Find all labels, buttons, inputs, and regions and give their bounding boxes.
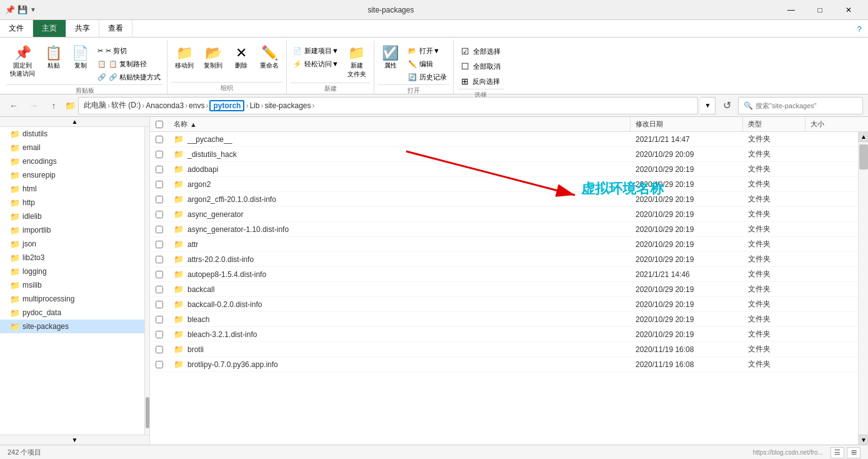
help-button[interactable]: ?	[851, 20, 868, 38]
file-row[interactable]: 📁 brotlipy-0.7.0.py36.app.info 2020/11/1…	[150, 357, 868, 372]
maximize-button[interactable]: □	[806, 0, 834, 20]
cut-button[interactable]: ✂ ✂ 剪切	[95, 45, 163, 57]
file-row[interactable]: 📁 adodbapi 2020/10/29 20:19 文件夹	[150, 162, 868, 177]
sidebar-item-site-packages[interactable]: 📁 site-packages	[0, 320, 144, 333]
file-row[interactable]: 📁 autopep8-1.5.4.dist-info 2021/1/21 14:…	[150, 267, 868, 282]
sidebar-item-ensurepip[interactable]: 📁 ensurepip	[0, 168, 144, 182]
pin-to-quick-access-button[interactable]: 📌 固定到快速访问	[6, 43, 39, 80]
file-row[interactable]: 📁 __pycache__ 2021/1/21 14:47 文件夹	[150, 132, 868, 147]
sidebar-item-importlib[interactable]: 📁 importlib	[0, 223, 144, 237]
select-all-button[interactable]: ☑ 全部选择	[457, 45, 504, 58]
breadcrumb-pytorch[interactable]: pytorch	[209, 100, 244, 111]
breadcrumb-site-packages[interactable]: site-packages	[264, 101, 311, 110]
sidebar-item-http[interactable]: 📁 http	[0, 196, 144, 209]
up-button[interactable]: ↑	[45, 97, 62, 114]
sidebar-scroll-thumb[interactable]	[146, 397, 149, 428]
easy-access-button[interactable]: ⚡ 轻松访问▼	[291, 58, 341, 70]
sidebar-item-lib2to3[interactable]: 📁 lib2to3	[0, 251, 144, 265]
paste-shortcut-button[interactable]: 🔗 🔗 粘贴快捷方式	[95, 71, 163, 83]
select-none-button[interactable]: ☐ 全部取消	[457, 60, 504, 73]
breadcrumb-drive[interactable]: 软件 (D:)	[111, 100, 141, 111]
search-input[interactable]	[756, 102, 849, 109]
sidebar-item-multiprocessing[interactable]: 📁 multiprocessing	[0, 292, 144, 306]
sidebar-item-encodings[interactable]: 📁 encodings	[0, 154, 144, 168]
file-row[interactable]: 📁 backcall-0.2.0.dist-info 2020/10/29 20…	[150, 297, 868, 312]
file-row[interactable]: 📁 brotli 2020/11/19 16:08 文件夹	[150, 342, 868, 357]
scroll-down-arrow[interactable]: ▼	[859, 435, 868, 445]
close-button[interactable]: ✕	[834, 0, 863, 20]
row-checkbox[interactable]	[156, 196, 163, 203]
col-type-header[interactable]: 类型	[743, 117, 806, 131]
sidebar-item-msilib[interactable]: 📁 msilib	[0, 278, 144, 292]
file-row[interactable]: 📁 async_generator-1.10.dist-info 2020/10…	[150, 222, 868, 237]
new-item-button[interactable]: 📄 新建项目▼	[291, 45, 341, 57]
invert-selection-button[interactable]: ⊞ 反向选择	[457, 75, 504, 88]
view-details-button[interactable]: ☰	[831, 447, 844, 458]
row-checkbox[interactable]	[156, 151, 163, 158]
row-checkbox[interactable]	[156, 241, 163, 248]
file-row[interactable]: 📁 bleach 2020/10/29 20:19 文件夹	[150, 312, 868, 327]
sidebar-scroll-down[interactable]: ▼	[0, 435, 149, 445]
col-name-header[interactable]: 名称 ▲	[169, 117, 631, 131]
breadcrumb-envs[interactable]: envs	[189, 101, 204, 110]
col-check-header[interactable]	[150, 117, 169, 131]
file-row[interactable]: 📁 async_generator 2020/10/29 20:19 文件夹	[150, 207, 868, 222]
row-checkbox[interactable]	[156, 316, 163, 323]
row-checkbox[interactable]	[156, 331, 163, 338]
file-row[interactable]: 📁 bleach-3.2.1.dist-info 2020/10/29 20:1…	[150, 327, 868, 342]
sidebar-item-pydoc-data[interactable]: 📁 pydoc_data	[0, 306, 144, 320]
back-button[interactable]: ←	[5, 97, 22, 114]
minimize-button[interactable]: —	[777, 0, 806, 20]
search-box[interactable]: 🔍	[738, 97, 863, 114]
new-folder-button[interactable]: 📁 新建文件夹	[344, 43, 370, 81]
rename-button[interactable]: ✏️ 重命名	[256, 43, 282, 73]
sidebar-item-distutils[interactable]: 📁 distutils	[0, 127, 144, 141]
row-checkbox[interactable]	[156, 166, 163, 173]
sidebar-item-html[interactable]: 📁 html	[0, 182, 144, 196]
filelist-scrollbar[interactable]: ▲ ▼	[858, 132, 868, 445]
row-checkbox[interactable]	[156, 271, 163, 278]
tab-share[interactable]: 共享	[66, 20, 99, 37]
col-date-header[interactable]: 修改日期	[631, 117, 743, 131]
file-row[interactable]: 📁 attr 2020/10/29 20:19 文件夹	[150, 237, 868, 252]
forward-button[interactable]: →	[25, 97, 42, 114]
file-row[interactable]: 📁 backcall 2020/10/29 20:19 文件夹	[150, 282, 868, 297]
breadcrumb-anaconda[interactable]: Anaconda3	[146, 101, 184, 110]
breadcrumb-computer[interactable]: 此电脑	[84, 100, 106, 111]
row-checkbox[interactable]	[156, 361, 163, 368]
delete-button[interactable]: ✕ 删除	[229, 43, 254, 73]
file-row[interactable]: 📁 _distutils_hack 2020/10/29 20:09 文件夹	[150, 147, 868, 162]
tab-file[interactable]: 文件	[0, 20, 33, 37]
file-row[interactable]: 📁 attrs-20.2.0.dist-info 2020/10/29 20:1…	[150, 252, 868, 267]
copy-to-button[interactable]: 📂 复制到	[200, 43, 226, 73]
col-size-header[interactable]: 大小	[806, 117, 868, 131]
scroll-thumb[interactable]	[859, 144, 868, 169]
scroll-up-arrow[interactable]: ▲	[859, 132, 868, 142]
breadcrumb[interactable]: 此电脑 › 软件 (D:) › Anaconda3 › envs › pytor…	[78, 97, 698, 114]
sidebar-item-json[interactable]: 📁 json	[0, 237, 144, 251]
row-checkbox[interactable]	[156, 286, 163, 293]
row-checkbox[interactable]	[156, 211, 163, 218]
breadcrumb-lib[interactable]: Lib	[249, 101, 259, 110]
row-checkbox[interactable]	[156, 181, 163, 188]
copy-button[interactable]: 📄 复制	[68, 43, 92, 73]
row-checkbox[interactable]	[156, 136, 163, 143]
view-tiles-button[interactable]: ⊞	[847, 447, 861, 458]
properties-button[interactable]: ☑️ 属性	[378, 43, 403, 73]
row-checkbox[interactable]	[156, 256, 163, 263]
paste-button[interactable]: 📋 粘贴	[41, 43, 66, 73]
sidebar-item-email[interactable]: 📁 email	[0, 141, 144, 154]
tab-home[interactable]: 主页	[33, 20, 66, 37]
open-button[interactable]: 📂 打开▼	[406, 45, 449, 57]
sidebar-item-idlelib[interactable]: 📁 idlelib	[0, 209, 144, 223]
copy-path-button[interactable]: 📋 📋 复制路径	[95, 58, 163, 70]
edit-button[interactable]: ✏️ 编辑	[406, 58, 449, 70]
refresh-button[interactable]: ↺	[718, 97, 736, 114]
move-to-button[interactable]: 📁 移动到	[171, 43, 197, 73]
sidebar-item-logging[interactable]: 📁 logging	[0, 265, 144, 278]
tab-view[interactable]: 查看	[99, 20, 132, 37]
sidebar-scrollbar[interactable]	[144, 127, 149, 435]
row-checkbox[interactable]	[156, 301, 163, 308]
file-row[interactable]: 📁 argon2 2020/10/29 20:19 文件夹	[150, 177, 868, 192]
file-row[interactable]: 📁 argon2_cffi-20.1.0.dist-info 2020/10/2…	[150, 192, 868, 207]
